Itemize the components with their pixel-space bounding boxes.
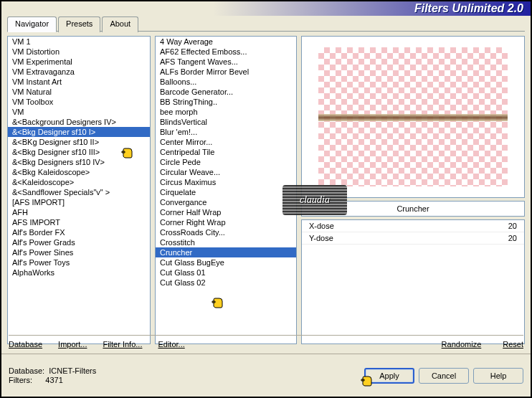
current-filter-label: Cruncher — [301, 201, 525, 217]
parameter-list[interactable]: X-dose20Y-dose20 — [301, 219, 525, 344]
titlebar: Filters Unlimited 2.0 — [1, 1, 531, 16]
category-item[interactable]: VM Experimental — [8, 57, 150, 67]
filter-item[interactable]: Circus Maximus — [156, 177, 296, 187]
preview-area — [301, 36, 525, 198]
filter-item[interactable]: ALFs Border Mirror Bevel — [156, 67, 296, 77]
preview-image — [318, 47, 508, 186]
category-item[interactable]: VM Extravaganza — [8, 67, 150, 77]
category-item[interactable]: &<BKg Designer sf10 II> — [8, 137, 150, 147]
category-item[interactable]: &<Bkg Kaleidoscope> — [8, 167, 150, 177]
filter-item[interactable]: Center Mirror... — [156, 137, 296, 147]
effect-streak — [318, 114, 508, 121]
filter-item[interactable]: Cut Glass 02 — [156, 278, 296, 288]
randomize-link[interactable]: Randomize — [442, 340, 482, 349]
category-item[interactable]: &<Bkg Designer sf10 I> — [8, 127, 150, 137]
tab-presets[interactable]: Presets — [58, 16, 100, 32]
filter-item[interactable]: Balloons... — [156, 77, 296, 87]
editor-link[interactable]: Editor... — [158, 340, 184, 349]
filter-item[interactable]: 4 Way Average — [156, 37, 296, 47]
param-row[interactable]: X-dose20 — [302, 220, 524, 232]
filter-item[interactable]: Cut Glass 01 — [156, 267, 296, 278]
category-item[interactable]: &<Background Designers IV> — [8, 117, 150, 127]
category-item[interactable]: Alf's Power Toys — [8, 257, 150, 267]
filter-item[interactable]: AFS Tangent Waves... — [156, 57, 296, 67]
filter-item[interactable]: Crosstitch — [156, 237, 296, 247]
app-title: Filters Unlimited 2.0 — [414, 2, 523, 15]
category-item[interactable]: Alf's Power Grads — [8, 237, 150, 247]
filter-item[interactable]: Cirquelate — [156, 187, 296, 197]
reset-link[interactable]: Reset — [503, 340, 523, 349]
cancel-button[interactable]: Cancel — [419, 368, 469, 384]
category-item[interactable]: AFS IMPORT — [8, 217, 150, 227]
database-link[interactable]: Database — [9, 340, 42, 349]
category-item[interactable]: [AFS IMPORT] — [8, 197, 150, 207]
category-item[interactable]: AFH — [8, 207, 150, 217]
filter-item[interactable]: BB StringThing.. — [156, 97, 296, 107]
filter-item[interactable]: CrossRoads City... — [156, 227, 296, 237]
category-item[interactable]: VM 1 — [8, 37, 150, 47]
client-area: Navigator Presets About VM 1VM Distortio… — [1, 16, 531, 354]
right-links-group: Randomize Reset — [442, 340, 523, 349]
filter-item[interactable]: Corner Right Wrap — [156, 217, 296, 227]
category-item[interactable]: VM Toolbox — [8, 97, 150, 107]
category-item[interactable]: VM — [8, 107, 150, 117]
apply-button[interactable]: Apply — [364, 368, 414, 384]
columns: VM 1VM DistortionVM ExperimentalVM Extra… — [7, 36, 525, 344]
filter-item[interactable]: Circular Weave... — [156, 167, 296, 177]
category-item[interactable]: VM Natural — [8, 87, 150, 97]
category-item[interactable]: &<Bkg Designer sf10 III> — [8, 147, 150, 157]
param-label: Y-dose — [309, 234, 333, 242]
filters-label: Filters: — [9, 376, 32, 384]
category-item[interactable]: AlphaWorks — [8, 267, 150, 278]
import-link[interactable]: Import... — [58, 340, 87, 349]
category-item[interactable]: &<Sandflower Specials"v" > — [8, 187, 150, 197]
app-window: Filters Unlimited 2.0 Navigator Presets … — [0, 0, 532, 398]
category-item[interactable]: VM Distortion — [8, 47, 150, 57]
tab-about[interactable]: About — [102, 16, 138, 32]
db-value: ICNET-Filters — [49, 366, 96, 375]
filter-item[interactable]: Barcode Generator... — [156, 87, 296, 97]
category-item[interactable]: Alf's Power Sines — [8, 247, 150, 257]
category-item[interactable]: VM Instant Art — [8, 77, 150, 87]
right-panel: Cruncher X-dose20Y-dose20 — [301, 36, 525, 344]
footer: Database: ICNET-Filters Filters: 4371 Ap… — [1, 354, 531, 397]
filter-item[interactable]: Blur 'em!... — [156, 127, 296, 137]
filter-item[interactable]: Corner Half Wrap — [156, 207, 296, 217]
category-item[interactable]: &<Bkg Designers sf10 IV> — [8, 157, 150, 167]
filter-item[interactable]: Cruncher — [156, 247, 296, 257]
param-row[interactable]: Y-dose20 — [302, 232, 524, 245]
filter-item[interactable]: AF62 Effected Emboss... — [156, 47, 296, 57]
filter-item[interactable]: Circle Pede — [156, 157, 296, 167]
category-item[interactable]: &<Kaleidoscope> — [8, 177, 150, 187]
bottom-links: Database Import... Filter Info... Editor… — [9, 335, 523, 352]
db-info: Database: ICNET-Filters Filters: 4371 — [9, 366, 96, 385]
dialog-buttons: Apply Cancel Help — [364, 368, 523, 384]
filter-item[interactable]: Convergance — [156, 197, 296, 207]
filter-list[interactable]: 4 Way AverageAF62 Effected Emboss...AFS … — [155, 36, 297, 344]
filter-item[interactable]: Centripedal Tile — [156, 147, 296, 157]
filter-item[interactable]: Cut Glass BugEye — [156, 257, 296, 267]
param-value: 20 — [508, 234, 517, 242]
db-label: Database: — [9, 366, 44, 375]
tab-navigator[interactable]: Navigator — [7, 16, 57, 32]
filterinfo-link[interactable]: Filter Info... — [103, 340, 142, 349]
tabstrip: Navigator Presets About — [7, 16, 525, 32]
param-value: 20 — [508, 222, 517, 230]
category-list[interactable]: VM 1VM DistortionVM ExperimentalVM Extra… — [7, 36, 151, 344]
help-button[interactable]: Help — [473, 368, 523, 384]
param-label: X-dose — [309, 222, 334, 230]
filter-item[interactable]: BlindsVertical — [156, 117, 296, 127]
filter-item[interactable]: bee morph — [156, 107, 296, 117]
filters-count: 4371 — [45, 376, 62, 384]
category-item[interactable]: Alf's Border FX — [8, 227, 150, 237]
